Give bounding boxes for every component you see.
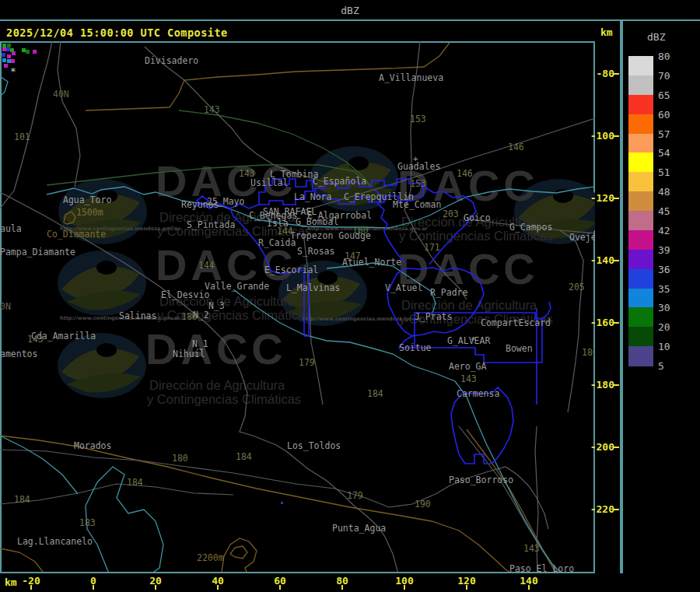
route-label: 205 xyxy=(569,282,585,292)
route-label: 183 xyxy=(79,517,96,528)
town-label: N_3 xyxy=(208,300,225,311)
town-label: E_Escorial xyxy=(264,264,318,275)
town-label: G_Bombal xyxy=(296,216,338,227)
town-label: G_Campos xyxy=(509,222,552,233)
echo-pixel xyxy=(7,44,11,47)
map-marker: + xyxy=(413,154,418,164)
dacc-text-watermark: DACCDirección de Agriculturay Contingenc… xyxy=(145,324,301,406)
x-tick-mark xyxy=(341,585,343,590)
town-label: Los_Toldos xyxy=(287,440,341,451)
echo-pixel xyxy=(33,50,37,54)
echo-pixel xyxy=(4,64,8,68)
town-label: Oveje xyxy=(569,232,595,243)
blue-dot-marker xyxy=(281,502,283,504)
town-label: J_Prats xyxy=(415,311,452,322)
map-marker: * xyxy=(471,335,476,345)
route-label: 0N xyxy=(0,301,11,312)
x-tick-mark xyxy=(279,585,281,590)
route-label: 180 xyxy=(172,453,188,464)
radar-app-window: dBZ 2025/12/04 15:00:00 UTC Composite km… xyxy=(0,0,700,592)
town-label: aula xyxy=(0,223,22,234)
route-label: 146 xyxy=(457,168,473,179)
legend-swatch xyxy=(628,346,653,366)
timestamp-label: 2025/12/04 15:00:00 UTC Composite xyxy=(6,26,228,39)
y-tick-mark xyxy=(614,509,619,510)
town-label: Carmensa xyxy=(457,388,499,399)
legend-swatch xyxy=(628,134,653,153)
y-tick-label: -100 xyxy=(568,130,614,142)
route-label: 144 xyxy=(277,226,293,236)
town-label: Salinas xyxy=(119,310,156,321)
town-label: Guadales xyxy=(397,161,440,172)
town-label: Paso El_Loro xyxy=(509,563,574,572)
legend-value-label: 65 xyxy=(658,89,689,101)
route-label: 40N xyxy=(53,89,69,100)
town-label: Soitue xyxy=(399,342,432,353)
town-label: C_Española xyxy=(313,176,366,187)
route-label: 153 xyxy=(410,178,426,189)
route-label: 1500m xyxy=(76,207,103,218)
route-label: 143 xyxy=(204,104,220,115)
legend-swatch xyxy=(628,191,653,211)
echo-pixel xyxy=(2,58,6,62)
legend-value-label: 5 xyxy=(658,360,689,372)
town-label: L_Malvinas xyxy=(286,282,340,293)
town-label: Lag.Llancanelo xyxy=(17,536,93,547)
town-label: Morados xyxy=(74,440,111,451)
route-label: 143 xyxy=(27,334,44,345)
legend-swatch xyxy=(628,56,653,75)
y-tick-label: -220 xyxy=(568,503,614,515)
town-label: Mte_Coman xyxy=(393,199,441,210)
watermark-url: http://www.contingencias.mendoza.gov.ar xyxy=(302,316,423,322)
legend-value-label: 70 xyxy=(658,70,689,82)
y-tick-mark xyxy=(614,322,619,324)
town-label: Paso_Borroso xyxy=(449,475,513,485)
legend-value-label: 60 xyxy=(658,109,689,121)
legend-value-label: 10 xyxy=(658,341,689,352)
legend-value-label: 42 xyxy=(658,225,689,236)
route-label: 143 xyxy=(239,168,255,179)
route-label: 171 xyxy=(424,242,440,253)
map-marker: * xyxy=(10,65,16,77)
legend-value-label: 20 xyxy=(658,321,689,333)
echo-pixel xyxy=(2,53,5,57)
y-tick-mark xyxy=(614,447,619,448)
town-label: R_Caida xyxy=(258,237,296,248)
y-tick-mark xyxy=(614,260,619,261)
route-label: 146 xyxy=(508,142,524,152)
legend-value-label: 51 xyxy=(658,166,689,178)
echo-pixel xyxy=(2,44,6,47)
y-tick-label: -160 xyxy=(568,317,614,328)
dacc-leaf-logo xyxy=(58,250,146,316)
route-label: 184 xyxy=(367,388,383,399)
town-label: El_Desvio xyxy=(161,289,209,300)
echo-pixel xyxy=(22,48,26,52)
y-tick-label: -180 xyxy=(568,379,614,391)
route-label: 184 xyxy=(127,477,143,488)
town-label: S_Pintada xyxy=(187,219,235,230)
town-label: Pampa_Diamante xyxy=(0,247,75,257)
legend-value-label: 36 xyxy=(658,264,689,275)
town-label: amentos xyxy=(0,349,37,359)
svg-text:Dirección de Agricultura: Dirección de Agricultura xyxy=(149,378,285,392)
legend-swatch xyxy=(628,172,653,191)
town-label: Nihuil xyxy=(173,349,205,359)
svg-text:y Contingencias Climáticas: y Contingencias Climáticas xyxy=(147,392,301,406)
route-label: 184 xyxy=(236,451,252,462)
route-label: 143 xyxy=(460,373,477,384)
town-label: V_Atuel xyxy=(385,282,422,293)
echo-pixel xyxy=(7,54,11,58)
legend-value-label: 39 xyxy=(658,244,689,256)
echo-pixel xyxy=(26,50,30,54)
y-tick-mark xyxy=(614,73,619,75)
town-label: Punta_Agua xyxy=(332,523,386,534)
legend-value-label: 30 xyxy=(658,302,689,314)
legend-swatch xyxy=(628,75,653,95)
town-label: Aero_GA xyxy=(449,361,487,372)
echo-pixel xyxy=(12,51,16,55)
legend-swatch xyxy=(628,289,653,308)
x-tick-mark xyxy=(155,585,156,590)
echo-pixel xyxy=(11,59,15,63)
x-axis: km -20020406080100120140 xyxy=(0,573,700,592)
echo-pixel xyxy=(2,47,6,51)
